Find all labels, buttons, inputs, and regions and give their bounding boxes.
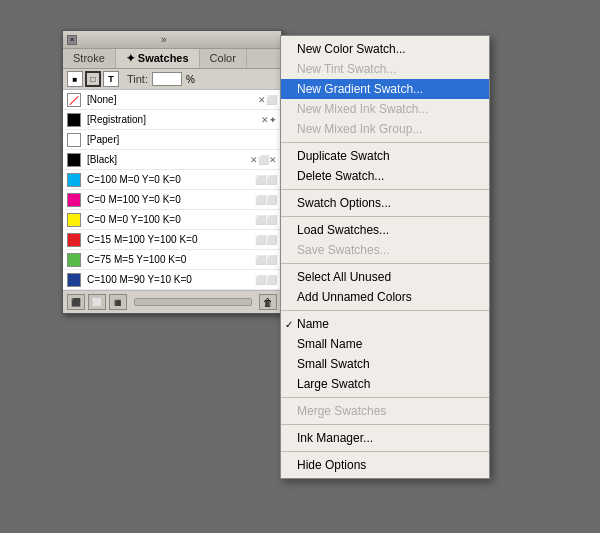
swatch-cmyk-icon: ⬜	[255, 195, 266, 205]
gradient-button[interactable]: ▦	[109, 294, 127, 310]
swatch-name: [None]	[87, 94, 258, 105]
menu-item-new-mixed-ink-swatch[interactable]: New Mixed Ink Swatch...	[281, 99, 489, 119]
list-item[interactable]: [Registration] ✕ ✦	[63, 110, 281, 130]
menu-item-view-small-name[interactable]: Small Name	[281, 334, 489, 354]
new-swatch-button[interactable]: ⬛	[67, 294, 85, 310]
swatch-delete-icon: ✕	[261, 115, 269, 125]
menu-item-label: Delete Swatch...	[297, 169, 384, 183]
menu-item-new-tint-swatch[interactable]: New Tint Swatch...	[281, 59, 489, 79]
menu-item-view-name[interactable]: ✓ Name	[281, 314, 489, 334]
swatch-cmyk-icon: ⬜	[255, 255, 266, 265]
menu-separator	[281, 263, 489, 264]
list-item[interactable]: C=0 M=100 Y=0 K=0 ⬜ ⬜	[63, 190, 281, 210]
menu-item-view-large-swatch[interactable]: Large Swatch	[281, 374, 489, 394]
menu-separator	[281, 310, 489, 311]
list-item[interactable]: [Paper]	[63, 130, 281, 150]
list-item[interactable]: [None] ✕ ⬜	[63, 90, 281, 110]
tab-stroke[interactable]: Stroke	[63, 49, 116, 68]
menu-item-hide-options[interactable]: Hide Options	[281, 455, 489, 475]
swatch-name: C=100 M=0 Y=0 K=0	[87, 174, 255, 185]
menu-item-merge-swatches[interactable]: Merge Swatches	[281, 401, 489, 421]
menu-separator	[281, 424, 489, 425]
swatch-name: [Paper]	[87, 134, 277, 145]
swatch-spot-icon: ⬜	[266, 175, 277, 185]
swatch-color-paper	[67, 133, 81, 147]
tint-label: Tint:	[127, 73, 148, 85]
menu-item-label: Save Swatches...	[297, 243, 390, 257]
swatch-color-black	[67, 153, 81, 167]
close-button[interactable]: ×	[67, 35, 77, 45]
delete-button[interactable]: 🗑	[259, 294, 277, 310]
menu-item-label: New Mixed Ink Swatch...	[297, 102, 428, 116]
swatch-name: [Black]	[87, 154, 250, 165]
fill-icon[interactable]: ■	[67, 71, 83, 87]
menu-item-duplicate-swatch[interactable]: Duplicate Swatch	[281, 146, 489, 166]
swatch-delete-icon: ✕	[250, 155, 258, 165]
swatch-name: C=0 M=0 Y=100 K=0	[87, 214, 255, 225]
swatch-spot-icon: ⬜	[266, 255, 277, 265]
swatch-type-icon: ✦	[269, 115, 277, 125]
menu-separator	[281, 189, 489, 190]
swatches-panel: × » Stroke ✦ Swatches Color ■ □ T Tint: …	[62, 30, 282, 314]
text-icon[interactable]: T	[103, 71, 119, 87]
menu-item-delete-swatch[interactable]: Delete Swatch...	[281, 166, 489, 186]
swatch-name: C=0 M=100 Y=0 K=0	[87, 194, 255, 205]
swatch-color-red	[67, 233, 81, 247]
menu-item-new-color-swatch[interactable]: New Color Swatch...	[281, 39, 489, 59]
swatch-spot-icon: ✕	[269, 155, 277, 165]
menu-item-swatch-options[interactable]: Swatch Options...	[281, 193, 489, 213]
menu-item-label: Name	[297, 317, 329, 331]
menu-item-select-all-unused[interactable]: Select All Unused	[281, 267, 489, 287]
swatch-color-green	[67, 253, 81, 267]
menu-item-label: Add Unnamed Colors	[297, 290, 412, 304]
menu-item-label: New Tint Swatch...	[297, 62, 396, 76]
context-menu: New Color Swatch... New Tint Swatch... N…	[280, 35, 490, 479]
swatch-delete-icon: ✕	[258, 95, 266, 105]
menu-separator	[281, 142, 489, 143]
style-button[interactable]: ⬜	[88, 294, 106, 310]
menu-item-save-swatches[interactable]: Save Swatches...	[281, 240, 489, 260]
menu-item-add-unnamed-colors[interactable]: Add Unnamed Colors	[281, 287, 489, 307]
tab-color[interactable]: Color	[200, 49, 247, 68]
tint-input[interactable]	[152, 72, 182, 86]
swatch-color-cyan	[67, 173, 81, 187]
list-item[interactable]: C=100 M=90 Y=10 K=0 ⬜ ⬜	[63, 270, 281, 290]
list-item[interactable]: C=15 M=100 Y=100 K=0 ⬜ ⬜	[63, 230, 281, 250]
panel-titlebar: × »	[63, 31, 281, 49]
list-item[interactable]: C=100 M=0 Y=0 K=0 ⬜ ⬜	[63, 170, 281, 190]
menu-separator	[281, 216, 489, 217]
menu-separator	[281, 451, 489, 452]
menu-item-load-swatches[interactable]: Load Swatches...	[281, 220, 489, 240]
swatch-name: C=75 M=5 Y=100 K=0	[87, 254, 255, 265]
menu-item-new-gradient-swatch[interactable]: New Gradient Swatch...	[281, 79, 489, 99]
menu-item-label: New Mixed Ink Group...	[297, 122, 422, 136]
list-item[interactable]: C=0 M=0 Y=100 K=0 ⬜ ⬜	[63, 210, 281, 230]
swatch-spot-icon: ⬜	[266, 215, 277, 225]
menu-item-label: Hide Options	[297, 458, 366, 472]
panel-tabs: Stroke ✦ Swatches Color	[63, 49, 281, 69]
swatch-spot-icon: ⬜	[266, 275, 277, 285]
stroke-icon[interactable]: □	[85, 71, 101, 87]
menu-item-label: New Gradient Swatch...	[297, 82, 423, 96]
panel-toolbar: ⬛ ⬜ ▦ 🗑	[63, 290, 281, 313]
list-item[interactable]: [Black] ✕ ⬜ ✕	[63, 150, 281, 170]
menu-item-label: Small Swatch	[297, 357, 370, 371]
menu-item-label: Load Swatches...	[297, 223, 389, 237]
swatch-color-registration	[67, 113, 81, 127]
swatch-cmyk-icon: ⬜	[255, 235, 266, 245]
menu-item-view-small-swatch[interactable]: Small Swatch	[281, 354, 489, 374]
scroll-indicator	[134, 298, 252, 306]
menu-item-new-mixed-ink-group[interactable]: New Mixed Ink Group...	[281, 119, 489, 139]
tint-percent: %	[186, 74, 195, 85]
swatch-color-none	[67, 93, 81, 107]
swatch-color-blue	[67, 273, 81, 287]
swatch-list: [None] ✕ ⬜ [Registration] ✕ ✦ [Paper] [B…	[63, 90, 281, 290]
double-arrow-icon: »	[161, 34, 167, 45]
tab-swatches[interactable]: ✦ Swatches	[116, 49, 200, 68]
swatch-type-icon: ⬜	[266, 95, 277, 105]
list-item[interactable]: C=75 M=5 Y=100 K=0 ⬜ ⬜	[63, 250, 281, 270]
menu-item-ink-manager[interactable]: Ink Manager...	[281, 428, 489, 448]
tint-icons: ■ □ T	[67, 71, 119, 87]
swatch-cmyk-icon: ⬜	[255, 215, 266, 225]
menu-separator	[281, 397, 489, 398]
